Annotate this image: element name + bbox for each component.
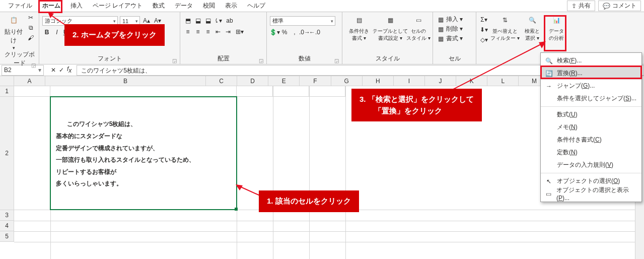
row-5[interactable]: 5 [0, 231, 14, 242]
tab-data[interactable]: データ [170, 0, 198, 12]
highlight-find-select [544, 15, 566, 51]
cell-styles-button[interactable]: ▭ セルの スタイル ▾ [408, 13, 429, 42]
align-left-icon[interactable]: ≡ [183, 27, 192, 36]
find-select-button[interactable]: 🔍 検索と 選択 ▾ [522, 13, 543, 42]
callout-2: 2. ホームタブをクリック [64, 24, 165, 46]
row-2[interactable]: 2 [0, 97, 14, 210]
conditional-format-button[interactable]: ▤ 条件付き 書式 ▾ [345, 13, 373, 42]
font-launcher-icon[interactable]: ◲ [172, 58, 177, 63]
pane-icon: ▭ [545, 190, 552, 198]
menu-item-selection-pane[interactable]: ▭オブジェクトの選択と表示(P)... [541, 187, 641, 200]
tab-formula[interactable]: 数式 [148, 0, 170, 12]
selected-cell-B2[interactable]: このワイシャツ5枚組は、 基本的にスタンダードな 定番デザインで構成されています… [50, 96, 237, 210]
col-F[interactable]: F [300, 76, 331, 86]
cut-icon[interactable]: ✂ [26, 13, 35, 22]
highlight-replace-item [540, 66, 642, 79]
callout-3: 3. 「検索と選択」をクリックして 「置換」をクリック [351, 89, 482, 121]
chevron-down-icon[interactable]: ▾ [38, 67, 41, 74]
autosum-icon[interactable]: Σ▾ [479, 15, 488, 24]
orientation-icon[interactable]: ⤹▾ [213, 16, 223, 25]
paste-button[interactable]: 📋 貼り付け ▾ [3, 13, 24, 50]
col-L[interactable]: L [487, 76, 519, 86]
wrap-text-icon[interactable]: ab [224, 16, 236, 25]
align-middle-icon[interactable]: ⬓ [193, 16, 202, 25]
number-launcher-icon[interactable]: ◲ [334, 58, 339, 63]
menu-item-goto-special[interactable]: 条件を選択してジャンプ(S)... [541, 92, 641, 105]
insert-cells-icon: ▦ [436, 15, 445, 24]
col-D[interactable]: D [237, 76, 268, 86]
fill-handle[interactable] [235, 208, 238, 211]
paste-icon: 📋 [7, 13, 21, 27]
indent-dec-icon[interactable]: ⇤ [213, 27, 223, 36]
format-as-table-button[interactable]: ▦ テーブルとして 書式設定 ▾ [376, 13, 405, 42]
tab-insert[interactable]: 挿入 [65, 0, 88, 12]
share-button[interactable]: ⇪共有 [567, 1, 595, 11]
align-top-icon[interactable]: ⬒ [183, 16, 192, 25]
callout-1: 1. 該当のセルをクリック [259, 190, 359, 212]
format-painter-icon[interactable]: 🖌 [26, 33, 35, 42]
enter-icon[interactable]: ✓ [59, 67, 64, 74]
row-4[interactable]: 4 [0, 221, 14, 231]
tab-view[interactable]: 表示 [220, 0, 242, 12]
col-J[interactable]: J [425, 76, 456, 86]
col-A[interactable]: A [14, 76, 45, 86]
tab-help[interactable]: ヘルプ [242, 0, 270, 12]
menu-item-conditional-formatting[interactable]: 条件付き書式(C) [541, 134, 641, 146]
tab-file[interactable]: ファイル [3, 0, 37, 12]
menu-item-constants[interactable]: 定数(N) [541, 146, 641, 159]
format-cells-button[interactable]: ▦書式 ▾ [436, 34, 463, 43]
search-icon: 🔍 [545, 57, 553, 65]
share-icon: ⇪ [571, 3, 577, 10]
align-center-icon[interactable]: ≡ [193, 27, 202, 36]
indent-inc-icon[interactable]: ⇥ [224, 27, 233, 36]
format-as-table-icon: ▦ [383, 13, 397, 27]
inc-decimal-icon[interactable]: .0→ [300, 28, 309, 37]
number-format-combo[interactable]: 標準 [270, 16, 335, 26]
cell-styles-icon: ▭ [411, 13, 425, 27]
italic-icon[interactable]: I [52, 28, 61, 37]
clipboard-launcher-icon[interactable]: ◲ [31, 62, 36, 68]
col-I[interactable]: I [394, 76, 425, 86]
comment-icon: 💬 [603, 3, 610, 10]
delete-cells-icon: ▦ [436, 25, 445, 34]
col-K[interactable]: K [456, 76, 487, 86]
align-right-icon[interactable]: ≡ [203, 27, 212, 36]
comment-button[interactable]: 💬コメント [598, 1, 641, 11]
cursor-icon: ↖ [545, 177, 553, 185]
clear-icon[interactable]: ◇▾ [479, 35, 488, 44]
search-icon: 🔍 [525, 13, 539, 27]
menu-item-notes[interactable]: メモ(N) [541, 121, 641, 134]
col-G[interactable]: G [331, 76, 363, 86]
menu-tabs: ファイル ホーム 挿入 ページ レイアウト 数式 データ 校閲 表示 ヘルプ ⇪… [0, 0, 644, 12]
tab-review[interactable]: 校閲 [198, 0, 220, 12]
goto-icon: → [545, 82, 553, 90]
row-3[interactable]: 3 [0, 210, 14, 221]
menu-item-goto[interactable]: → ジャンプ(G)... [541, 80, 641, 92]
insert-cells-button[interactable]: ▦挿入 ▾ [436, 15, 463, 24]
tab-page-layout[interactable]: ページ レイアウト [88, 0, 148, 12]
cancel-icon[interactable]: ✕ [51, 67, 56, 74]
fill-icon[interactable]: ⬇▾ [479, 25, 488, 34]
comma-icon[interactable]: , [290, 28, 299, 37]
menu-item-data-validation[interactable]: データの入力規則(V) [541, 159, 641, 171]
align-launcher-icon[interactable]: ◲ [258, 58, 263, 63]
col-H[interactable]: H [363, 76, 394, 86]
align-bottom-icon[interactable]: ⬓ [203, 16, 212, 25]
row-headers[interactable]: 1 2 3 4 5 [0, 86, 14, 242]
col-B[interactable]: B [45, 76, 206, 86]
delete-cells-button[interactable]: ▦削除 ▾ [436, 25, 463, 34]
bold-icon[interactable]: B [42, 28, 51, 37]
fx-icon[interactable]: fx [67, 66, 71, 74]
menu-item-formulas[interactable]: 数式(U) [541, 108, 641, 121]
col-C[interactable]: C [206, 76, 237, 86]
dec-decimal-icon[interactable]: ←.0 [310, 28, 319, 37]
percent-icon[interactable]: % [280, 28, 289, 37]
accounting-icon[interactable]: 💲▾ [270, 28, 279, 37]
sort-filter-button[interactable]: ⇅ 並べ替えと フィルター ▾ [491, 13, 519, 42]
select-all-corner[interactable] [0, 76, 14, 86]
merge-icon[interactable]: ⊞▾ [234, 27, 246, 36]
cell-text: このワイシャツ5枚組は、 基本的にスタンダードな 定番デザインで構成されています… [56, 120, 195, 187]
col-E[interactable]: E [268, 76, 300, 86]
copy-icon[interactable]: ⧉ [26, 23, 35, 32]
row-1[interactable]: 1 [0, 86, 14, 97]
